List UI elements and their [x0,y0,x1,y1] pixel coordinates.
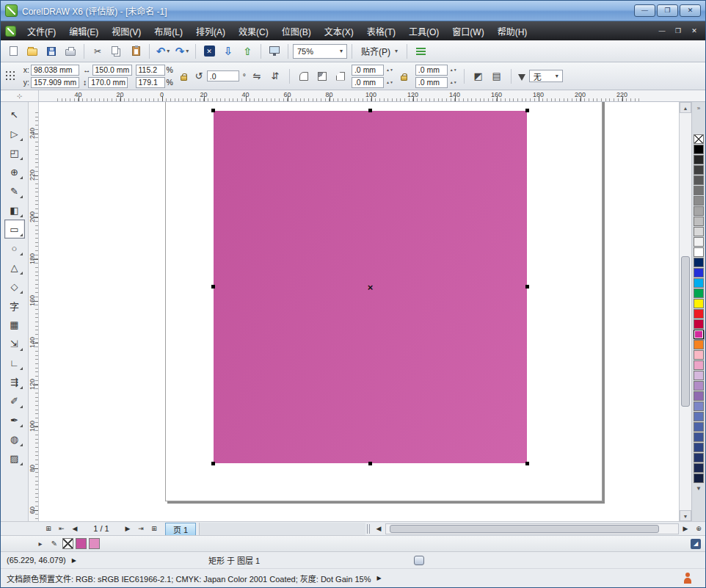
user-account-icon[interactable] [683,573,692,584]
chamfered-corner-button[interactable] [333,68,348,84]
application-menu-icon[interactable] [5,26,16,37]
palette-scroll-down-button[interactable]: ▼ [692,484,705,494]
vertical-scrollbar[interactable]: ▲ ▼ [679,102,691,521]
relative-corner-scaling-button[interactable]: ◩ [471,68,486,84]
menu-item[interactable]: 窗口(W) [445,21,490,41]
document-palette-swatch[interactable] [76,538,87,549]
redo-dropdown-icon[interactable]: ▾ [186,48,189,54]
color-swatch[interactable] [694,473,704,483]
document-restore-button[interactable]: ❐ [670,25,686,37]
menu-item[interactable]: 排列(A) [189,21,232,41]
rotation-angle-field[interactable]: .0 [207,70,239,81]
palette-flyout-button[interactable]: » [692,104,705,114]
menu-item[interactable]: 效果(C) [232,21,275,41]
color-swatch[interactable] [694,319,704,329]
color-swatch[interactable] [694,196,704,206]
rectangle-tool[interactable]: ▭ [4,219,25,239]
selection-handle-top[interactable] [368,109,372,112]
corner-radius-bottom-left-field[interactable]: .0 mm [352,77,384,88]
save-button[interactable] [43,43,60,60]
color-swatch[interactable] [694,309,704,319]
color-swatch[interactable] [694,412,704,421]
color-swatch[interactable] [694,350,704,360]
add-page-start-button[interactable]: ⊞ [42,523,55,535]
mirror-horizontal-button[interactable]: ⇋ [250,68,264,84]
menu-item[interactable]: 工具(O) [402,21,445,41]
document-palette-flyout-button[interactable]: ▸ [34,538,46,550]
color-swatch[interactable] [694,381,704,391]
color-swatch[interactable] [694,443,704,452]
color-swatch[interactable] [694,186,704,195]
color-swatch[interactable] [694,463,704,473]
selection-handle-bottom-left[interactable] [211,462,215,465]
text-tool[interactable]: 字 [4,296,25,315]
object-y-position-field[interactable]: 157.909 mm [31,77,79,88]
fullscreen-preview-button[interactable] [266,43,283,60]
edit-corners-together-button[interactable] [397,68,412,84]
selection-handle-bottom-right[interactable] [525,462,529,465]
menu-item[interactable]: 视图(V) [105,21,148,41]
color-swatch[interactable] [694,340,704,349]
spinner[interactable]: ▲▼ [450,81,457,84]
document-palette-swatch[interactable] [89,538,100,549]
color-swatch[interactable] [694,227,704,236]
color-swatch[interactable] [694,371,704,380]
color-swatch[interactable] [694,278,704,288]
menu-item[interactable]: 布局(L) [148,21,189,41]
paste-button[interactable] [127,43,145,60]
straight-line-connector-tool[interactable]: ∟ [4,353,25,372]
last-page-button[interactable]: ⇥ [134,523,148,535]
document-palette-no-color-swatch[interactable] [62,538,73,549]
color-swatch[interactable] [694,206,704,216]
menu-item[interactable]: 位图(B) [275,21,318,41]
table-tool[interactable]: ▦ [4,315,25,334]
color-eyedropper-tool[interactable]: ✐ [4,391,25,410]
export-button[interactable]: ⇧ [239,43,256,60]
close-button[interactable]: ✕ [680,4,701,17]
basic-shapes-tool[interactable]: ◇ [4,277,25,296]
selection-handle-bottom[interactable] [368,462,372,465]
cut-button[interactable]: ✂ [89,43,106,60]
previous-page-button[interactable]: ◀ [68,523,81,535]
spinner[interactable]: ▲▼ [386,81,393,84]
page-tab[interactable]: 页 1 [165,523,196,535]
spinner[interactable]: ▲▼ [450,68,457,71]
fill-tool[interactable]: ◍ [4,429,25,449]
zoom-level-select[interactable]: 75% ▾ [293,44,347,59]
application-launcher-button[interactable]: ✕ [200,43,218,60]
next-page-button[interactable]: ▶ [121,523,134,535]
undo-button[interactable]: ↶▾ [154,43,172,60]
color-swatch[interactable] [694,155,704,164]
color-swatch[interactable] [694,402,704,411]
redo-button[interactable]: ↷▾ [173,43,191,60]
polygon-tool[interactable]: △ [4,258,25,277]
object-x-position-field[interactable]: 98.038 mm [31,65,79,76]
options-button[interactable] [412,43,429,60]
parallel-dimension-tool[interactable]: ⇲ [4,334,25,353]
object-width-field[interactable]: 150.0 mm [92,65,132,76]
scroll-up-button[interactable]: ▲ [680,102,691,113]
add-page-end-button[interactable]: ⊞ [148,523,161,535]
h-scroll-right-button[interactable]: ▶ [679,523,692,535]
freehand-tool[interactable]: ✎ [4,181,25,200]
document-palette-eyedropper-button[interactable]: ✎ [48,538,60,550]
navigator-zoom-button[interactable]: ⊕ [692,523,705,535]
horizontal-scrollbar[interactable] [385,523,679,534]
menu-item[interactable]: 文件(F) [21,21,62,41]
selection-handle-right[interactable] [525,285,529,288]
color-swatch[interactable] [694,258,704,267]
color-swatch[interactable] [694,453,704,462]
round-corner-button[interactable] [296,68,311,84]
selection-center-mark[interactable]: × [368,282,374,293]
document-close-button[interactable]: ✕ [686,25,702,37]
menu-item[interactable]: 文本(X) [318,21,360,41]
menu-item[interactable]: 编辑(E) [62,21,105,41]
pick-tool[interactable]: ↖ [4,105,25,124]
crop-tool[interactable]: ◰ [4,143,25,162]
corner-radius-bottom-right-field[interactable]: .0 mm [415,77,448,88]
open-button[interactable] [23,43,41,60]
selection-handle-left[interactable] [211,285,215,288]
outline-pen-tool[interactable]: ✒ [4,410,25,429]
color-swatch[interactable] [694,175,704,185]
mirror-vertical-button[interactable]: ⇵ [268,68,283,84]
